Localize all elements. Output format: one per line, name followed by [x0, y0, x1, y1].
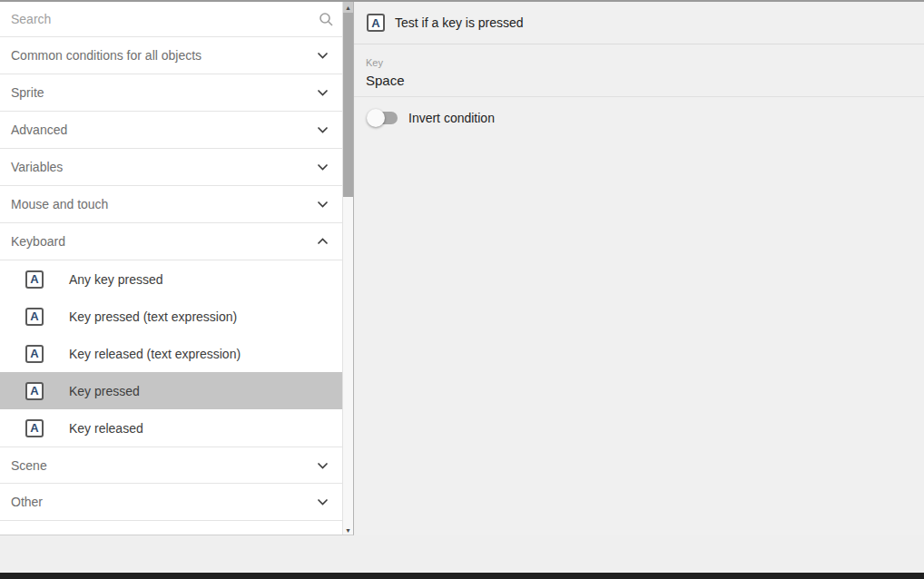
condition-editor-dialog: Common conditions for all objectsSpriteA…: [0, 2, 924, 535]
scroll-down-arrow-icon[interactable]: ▼: [343, 525, 353, 535]
search-row: [0, 2, 343, 37]
category-label: Mouse and touch: [11, 197, 108, 211]
condition-title: Test if a key is pressed: [395, 15, 524, 30]
invert-condition-row: Invert condition: [367, 109, 924, 127]
category-other[interactable]: Other: [0, 484, 343, 521]
category-label: Other: [11, 495, 43, 509]
chevron-down-icon: [317, 201, 329, 208]
chevron-down-icon: [317, 89, 329, 96]
sidebar-scrollbar[interactable]: ▲ ▼: [342, 2, 353, 535]
keyboard-key-icon: A: [367, 14, 385, 32]
condition-header: A Test if a key is pressed: [354, 2, 924, 44]
condition-item-any-key-pressed[interactable]: AAny key pressed: [0, 260, 343, 298]
condition-item-key-released-text-expression[interactable]: AKey released (text expression): [0, 335, 343, 372]
scroll-up-arrow-icon[interactable]: ▲: [343, 2, 353, 13]
condition-item-label: Key pressed (text expression): [69, 309, 237, 324]
category-mouse-and-touch[interactable]: Mouse and touch: [0, 186, 343, 223]
keyboard-key-icon: A: [25, 419, 44, 437]
chevron-down-icon: [317, 163, 329, 171]
chevron-down-icon: [317, 52, 329, 59]
dialog-footer: [0, 535, 924, 573]
search-input[interactable]: [11, 12, 313, 26]
condition-item-key-released[interactable]: AKey released: [0, 409, 343, 447]
category-label: Advanced: [11, 123, 67, 137]
chevron-down-icon: [317, 126, 329, 133]
chevron-up-icon: [317, 238, 329, 245]
search-icon: [319, 12, 334, 27]
category-keyboard[interactable]: Keyboard: [0, 223, 343, 260]
category-scene[interactable]: Scene: [0, 447, 343, 484]
category-sprite[interactable]: Sprite: [0, 74, 343, 112]
key-field-value[interactable]: Space: [366, 73, 924, 88]
condition-item-label: Any key pressed: [69, 272, 163, 287]
chevron-down-icon: [317, 498, 329, 505]
condition-item-key-pressed-text-expression[interactable]: AKey pressed (text expression): [0, 298, 343, 335]
invert-condition-toggle[interactable]: [367, 109, 398, 127]
category-label: Scene: [11, 458, 47, 473]
keyboard-key-icon: A: [25, 270, 44, 289]
keyboard-key-icon: A: [25, 345, 44, 363]
condition-detail-panel: A Test if a key is pressed Key Space Inv…: [354, 2, 924, 535]
invert-condition-label: Invert condition: [408, 111, 495, 125]
scrollbar-thumb[interactable]: [343, 13, 353, 197]
category-common-conditions-for-all-objects[interactable]: Common conditions for all objects: [0, 37, 343, 74]
toggle-knob: [367, 109, 385, 127]
sidebar: Common conditions for all objectsSpriteA…: [0, 2, 354, 535]
condition-item-label: Key released: [69, 421, 143, 436]
category-label: Keyboard: [11, 234, 65, 249]
category-variables[interactable]: Variables: [0, 149, 343, 186]
category-label: Variables: [11, 160, 63, 174]
category-advanced[interactable]: Advanced: [0, 112, 343, 149]
condition-item-label: Key pressed: [69, 384, 140, 398]
keyboard-key-icon: A: [25, 382, 44, 400]
category-label: Common conditions for all objects: [11, 48, 202, 63]
chevron-down-icon: [317, 462, 329, 469]
condition-item-key-pressed[interactable]: AKey pressed: [0, 372, 343, 409]
key-field-label: Key: [366, 57, 924, 68]
condition-list: Common conditions for all objectsSpriteA…: [0, 37, 343, 521]
condition-item-label: Key released (text expression): [69, 347, 241, 361]
category-label: Sprite: [11, 85, 44, 100]
key-field[interactable]: Key Space: [354, 44, 924, 97]
keyboard-key-icon: A: [25, 308, 44, 326]
bottom-dark-bar: [0, 573, 924, 579]
